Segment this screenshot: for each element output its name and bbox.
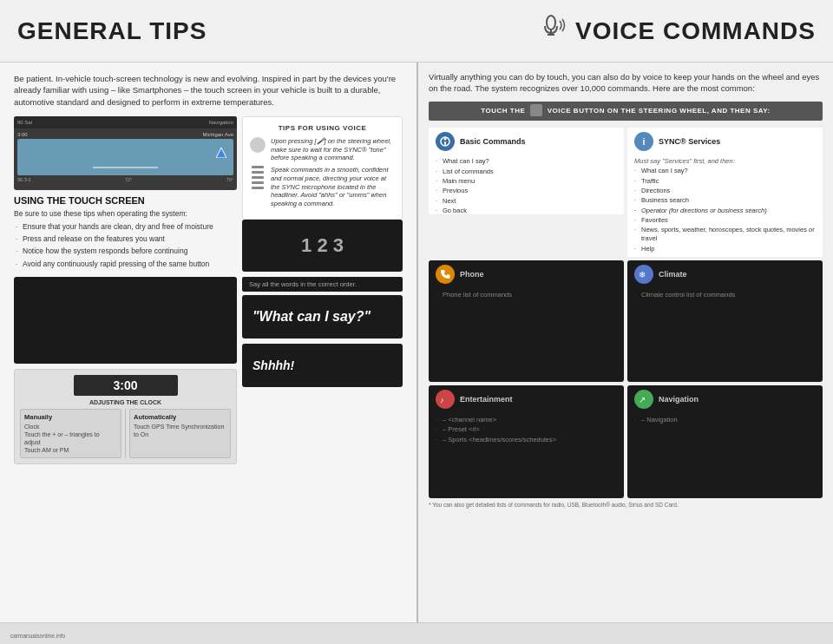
- basic-cmd-6: Go back: [436, 206, 617, 214]
- basic-cmd-1: What can I say?: [436, 157, 617, 167]
- voice-button-icon: [530, 104, 542, 116]
- mini-screen-body: 3:00 Michigan Ave 96.3-2: [14, 128, 237, 186]
- ent-cmd-2: – Preset <#>: [436, 424, 617, 434]
- numbers-section: 1 2 3: [242, 220, 403, 272]
- command-card-entertainment: ♪ Entertainment – <channel name> – Prese…: [429, 385, 624, 498]
- basic-cmd-5: Next: [436, 196, 617, 206]
- manually-text1: Clock Touch the + or – triangles to adju…: [24, 423, 117, 454]
- mini-nav-bar: 80 Sal Navigation: [14, 116, 237, 128]
- sync-cmd-5: · Operator (for directions or business s…: [634, 206, 816, 215]
- phone-card-body: Phone list of commands: [429, 288, 624, 301]
- voice-footnote: * You can also get detailed lists of com…: [429, 502, 823, 509]
- dark-overlay-1: [14, 277, 237, 364]
- sync-icon: i: [634, 132, 653, 151]
- main-content: Be patient. In-vehicle touch-screen tech…: [0, 62, 833, 622]
- tip-2-text: Speak commands in a smooth, confident an…: [271, 166, 395, 208]
- watermark: carmanualsonline.info: [10, 633, 65, 639]
- entertainment-card-title: Entertainment: [460, 395, 513, 404]
- entertainment-commands-list: – <channel name> – Preset <#> – Sports <…: [436, 415, 617, 444]
- mini-radio-text: 80 Sal: [17, 120, 32, 125]
- navigation-card-body: – Navigation: [627, 413, 823, 426]
- voice-button-instruction: VOICE BUTTON ON THE STEERING WHEEL, AND …: [548, 107, 771, 115]
- touchscreen-bullet-list: Ensure that your hands are clean, dry an…: [14, 221, 237, 270]
- clock-auto: Automatically Touch GPS Time Synchroniza…: [129, 409, 231, 458]
- bullet-4: Avoid any continuously rapid pressing of…: [14, 258, 237, 270]
- phone-commands-list: Phone list of commands: [436, 290, 617, 299]
- sync-card-title: SYNC® Services: [659, 137, 720, 146]
- sync-card-header: i SYNC® Services: [627, 128, 823, 155]
- sync-cmd-7: News, sports, weather, horoscopes, stock…: [634, 226, 816, 244]
- svg-rect-7: [252, 181, 264, 184]
- tip-3-text: Say all the words in the correct order.: [242, 277, 403, 292]
- mini-nav-label: Navigation: [209, 120, 233, 125]
- voice-button-bar: TOUCH THE VOICE BUTTON ON THE STEERING W…: [429, 102, 823, 121]
- tip-2-icon: [250, 166, 266, 204]
- mini-location: Michigan Ave: [202, 132, 233, 137]
- mini-touchscreen-display: 80 Sal Navigation 3:00 Michigan Ave: [14, 116, 237, 190]
- mini-road: [93, 167, 158, 168]
- svg-rect-4: [252, 166, 264, 168]
- basic-icon: [436, 132, 455, 151]
- basic-card-header: Basic Commands: [429, 128, 624, 155]
- what-can-i-say-text: "What can I say?": [253, 309, 371, 325]
- climate-card-header: ❄ Climate: [627, 260, 823, 288]
- ent-cmd-1: – <channel name>: [436, 415, 617, 424]
- touchscreen-heading: USING THE TOUCH SCREEN: [14, 195, 237, 206]
- clock-label: ADJUSTING THE CLOCK: [20, 399, 231, 405]
- ent-cmd-3: – Sports <headlines/scores/schedules>: [436, 435, 617, 444]
- shhhh-section: Shhhh!: [242, 344, 403, 387]
- phone-card-header: Phone: [429, 260, 624, 288]
- mini-map: [17, 139, 233, 175]
- sync-card-body: Must say "Services" first, and then: Wha…: [627, 155, 823, 258]
- nav-cmd-1: – Navigation: [634, 415, 816, 424]
- bottom-bar: carmanualsonline.info: [0, 622, 833, 644]
- entertainment-card-body: – <channel name> – Preset <#> – Sports <…: [429, 413, 624, 446]
- svg-text:❄: ❄: [639, 270, 646, 279]
- sync-subtext: Must say "Services" first, and then:: [634, 157, 816, 165]
- header-left: GENERAL TIPS: [17, 17, 534, 45]
- tip-1-text: Upon pressing [🎤] on the steering wheel,…: [271, 137, 395, 162]
- manually-label: Manually: [24, 413, 117, 421]
- voice-tips-title: TIPS FOR USING VOICE: [250, 124, 395, 132]
- clock-display: 3:00: [74, 375, 178, 396]
- voice-intro-text: Virtually anything you can do by touch, …: [429, 71, 823, 95]
- number-display: 1 2 3: [301, 234, 344, 257]
- left-panel: Be patient. In-vehicle touch-screen tech…: [0, 62, 416, 622]
- clock-section: 3:00 ADJUSTING THE CLOCK Manually Clock …: [14, 369, 237, 464]
- sync-cmd-1: What can I say?: [634, 167, 816, 176]
- svg-text:♪: ♪: [440, 396, 444, 404]
- basic-commands-list: What can I say? List of commands Main me…: [436, 157, 617, 214]
- phone-icon: [436, 265, 455, 284]
- voice-tip-1: Upon pressing [🎤] on the steering wheel,…: [250, 137, 395, 162]
- header: GENERAL TIPS VOICE COMMANDS: [0, 0, 833, 62]
- climate-card-body: Climate control list of commands: [627, 288, 823, 301]
- sync-commands-list: What can I say? Traffic Directions Busin…: [634, 167, 816, 254]
- command-card-basic: Basic Commands What can I say? List of c…: [429, 128, 624, 214]
- voice-commands-icon: [534, 10, 568, 51]
- mini-arrow: [216, 146, 226, 161]
- clock-options: Manually Clock Touch the + or – triangle…: [20, 409, 231, 458]
- navigation-icon: ↗: [634, 390, 653, 409]
- basic-card-body: What can I say? List of commands Main me…: [429, 155, 624, 214]
- command-card-navigation: ↗ Navigation – Navigation: [627, 385, 823, 498]
- bullet-1: Ensure that your hands are clean, dry an…: [14, 221, 237, 233]
- svg-rect-5: [252, 171, 264, 174]
- right-panel: Virtually anything you can do by touch, …: [418, 62, 833, 622]
- mini-time: 3:00: [17, 132, 28, 137]
- command-card-climate: ❄ Climate Climate control list of comman…: [627, 260, 823, 382]
- svg-point-10: [444, 137, 447, 140]
- what-can-i-say-section: "What can I say?": [242, 295, 403, 338]
- mini-bottom-bar: 96.3-2 72° 70°: [17, 175, 233, 182]
- touchscreen-subtext: Be sure to use these tips when operating…: [14, 209, 237, 218]
- sync-cmd-4: Business search: [634, 196, 816, 206]
- basic-card-title: Basic Commands: [460, 137, 526, 146]
- sync-cmd-6: Favorites: [634, 215, 816, 225]
- phone-cmd-1: Phone list of commands: [436, 290, 617, 299]
- sync-cmd-8: Help: [634, 244, 816, 253]
- voice-tips-side: TIPS FOR USING VOICE Upon pressing [🎤] o…: [242, 116, 403, 470]
- header-right: VOICE COMMANDS: [534, 10, 816, 51]
- climate-card-title: Climate: [659, 270, 687, 279]
- basic-cmd-3: Main menu: [436, 176, 617, 186]
- auto-text: Touch GPS Time Synchronization to On: [134, 423, 226, 438]
- svg-rect-8: [252, 187, 264, 189]
